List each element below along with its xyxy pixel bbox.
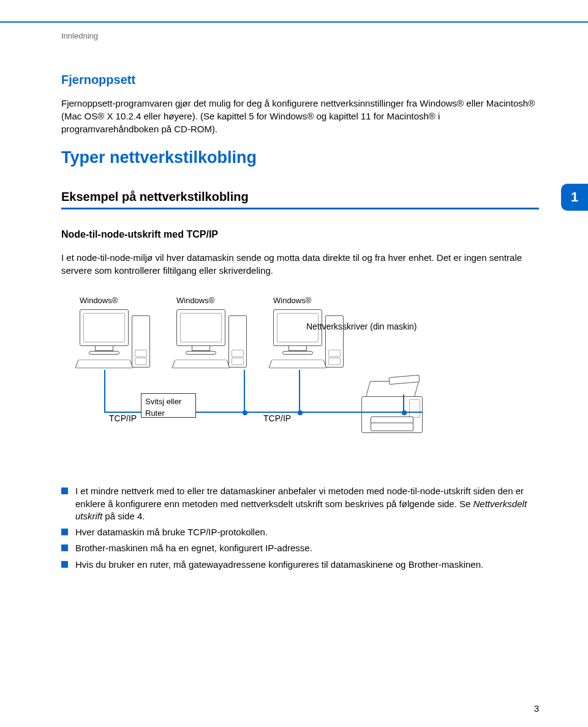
pc-3-label: Windows® — [273, 295, 359, 306]
heading-typer: Typer nettverkstilkobling — [61, 146, 539, 170]
network-diagram: Windows® Windows® Windows® Nettverksskri… — [80, 295, 459, 454]
pc-1: Windows® — [80, 295, 165, 376]
heading-fjernoppsett: Fjernoppsett — [61, 71, 539, 88]
paragraph-fjernoppsett: Fjernoppsett-programvaren gjør det mulig… — [61, 97, 539, 135]
computer-icon — [273, 309, 359, 377]
pc-1-label: Windows® — [80, 295, 165, 306]
pc-2-label: Windows® — [176, 295, 262, 306]
bullet-text-3: Brother-maskinen må ha en egnet, konfigu… — [75, 542, 312, 554]
list-item: Brother-maskinen må ha en egnet, konfigu… — [61, 542, 539, 554]
router-box: Svitsj eller Ruter — [141, 393, 196, 418]
bullet-square-icon — [61, 544, 68, 551]
top-rule — [0, 21, 588, 23]
bullet-text-4: Hvis du bruker en ruter, må gatewayadres… — [75, 559, 483, 571]
pc-3: Windows® — [273, 295, 359, 376]
computer-icon — [80, 309, 165, 377]
paragraph-node: I et node-til-node-miljø vil hver datama… — [61, 251, 539, 277]
printer-icon — [355, 381, 429, 436]
tcpip-label-left: TCP/IP — [109, 413, 137, 425]
bullet-text-2: Hver datamaskin må bruke TCP/IP-protokol… — [75, 526, 268, 538]
list-item: I et mindre nettverk med to eller tre da… — [61, 485, 539, 522]
page-number: 3 — [534, 702, 539, 715]
printer-label: Nettverksskriver (din maskin) — [306, 321, 417, 333]
list-item: Hver datamaskin må bruke TCP/IP-protokol… — [61, 526, 539, 538]
section-label: Innledning — [61, 31, 539, 42]
pc-2: Windows® — [176, 295, 262, 376]
bullet-square-icon — [61, 529, 68, 535]
computer-icon — [176, 309, 262, 377]
heading-node: Node-til-node-utskrift med TCP/IP — [61, 228, 539, 241]
bullet-list: I et mindre nettverk med to eller tre da… — [61, 485, 539, 571]
tcpip-label-right: TCP/IP — [263, 413, 291, 425]
pc-row: Windows® Windows® Windows® — [80, 295, 459, 376]
bullet-square-icon — [61, 488, 68, 494]
list-item: Hvis du bruker en ruter, må gatewayadres… — [61, 559, 539, 571]
heading-eksempel: Eksempel på nettverkstilkobling — [61, 188, 539, 209]
chapter-badge: 1 — [561, 184, 588, 211]
bullet-square-icon — [61, 561, 68, 568]
bullet-text-1: I et mindre nettverk med to eller tre da… — [75, 485, 539, 522]
